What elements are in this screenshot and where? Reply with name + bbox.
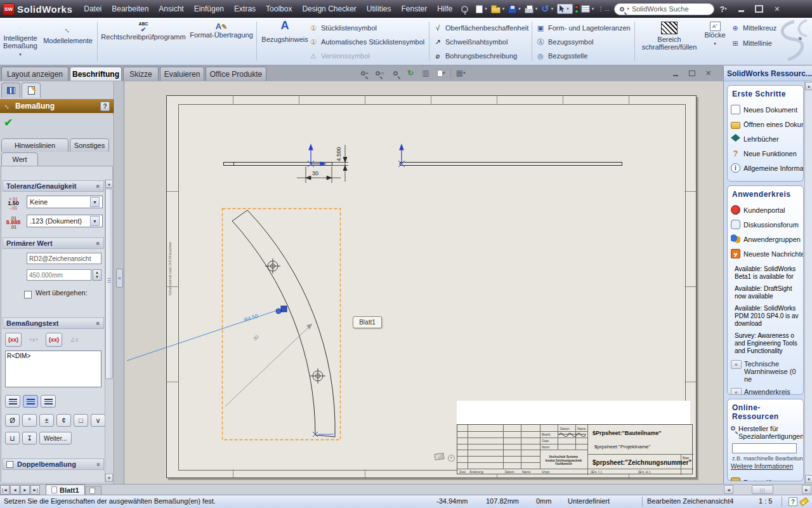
justify-left-button[interactable] bbox=[5, 395, 20, 408]
doc-minimize-button[interactable] bbox=[670, 69, 681, 77]
property-manager-tab[interactable] bbox=[22, 83, 41, 98]
help-dropdown[interactable]: ▾ bbox=[724, 6, 727, 11]
customer-portal-link[interactable]: Kundenportal bbox=[731, 203, 800, 217]
traffic-light-icon[interactable] bbox=[575, 4, 579, 14]
menu-ansicht[interactable]: Ansicht bbox=[154, 4, 188, 13]
square-symbol-button[interactable]: □ bbox=[74, 414, 88, 427]
counterbore-symbol-button[interactable]: ⊔ bbox=[5, 432, 20, 444]
format-painter-button[interactable]: A✎ Format-Übertragung bbox=[188, 22, 255, 39]
datum-target-button[interactable]: ◎Bezugsstelle bbox=[536, 51, 587, 60]
more-info-link[interactable]: Weitere Informationen bbox=[731, 463, 800, 470]
menu-bearbeiten[interactable]: Bearbeiten bbox=[107, 4, 154, 13]
dimension-thickness[interactable]: 4.500 bbox=[332, 145, 348, 182]
prev-sheet-button[interactable]: ◄ bbox=[10, 485, 20, 495]
manufacturer-search-input[interactable] bbox=[732, 443, 797, 453]
surface-finish-button[interactable]: √Oberflächenbeschaffenheit bbox=[433, 23, 528, 32]
partner-solutions-link[interactable]: Partnerlösungen bbox=[731, 475, 800, 481]
more-symbols-button[interactable]: Weiter... bbox=[39, 432, 72, 444]
restore-button[interactable] bbox=[754, 4, 765, 13]
panel-splitter[interactable]: « bbox=[115, 81, 124, 484]
tag-icon[interactable] bbox=[799, 497, 809, 506]
new-features-link[interactable]: ?Neue Funktionen bbox=[731, 146, 800, 161]
tolerance-group-header[interactable]: Toleranz/Genauigkeit« bbox=[3, 180, 104, 192]
dual-dimension-group-header[interactable]: Doppelbemaßung « bbox=[3, 458, 104, 470]
sheet-tab-blatt1[interactable]: Blatt1 bbox=[46, 485, 85, 495]
print-dropdown[interactable]: ▾ bbox=[535, 6, 538, 11]
degree-symbol-button[interactable]: ° bbox=[22, 414, 37, 427]
new-document-icon[interactable] bbox=[476, 5, 483, 13]
menu-utilities[interactable]: Utilities bbox=[362, 4, 396, 13]
tp-scroll-left-icon[interactable]: ◄ bbox=[724, 485, 733, 494]
selected-radius-dimension[interactable]: R4.50 bbox=[127, 306, 287, 361]
collapse-icon[interactable]: « bbox=[731, 388, 742, 395]
first-sheet-button[interactable]: |◄ bbox=[0, 485, 10, 495]
tab-layout-anzeigen[interactable]: Layout anzeigen bbox=[1, 67, 69, 81]
view-selection-box[interactable] bbox=[223, 209, 341, 440]
discussion-forum-link[interactable]: Diskussionsforum bbox=[731, 217, 800, 232]
plus-minus-symbol-button[interactable]: ± bbox=[39, 414, 54, 427]
menu-einfuegen[interactable]: Einfügen bbox=[189, 4, 229, 13]
select-tool-button[interactable]: ▾ bbox=[557, 4, 573, 14]
sheet-properties-icon[interactable]: ▾ bbox=[435, 67, 447, 79]
side-view-2[interactable] bbox=[400, 162, 622, 166]
dimension-name-field[interactable] bbox=[27, 253, 102, 264]
news-item[interactable]: Available: SolidWorks PDM 2010 SP4.0 is … bbox=[735, 305, 800, 328]
tab-hinweislinien[interactable]: Hinweislinien bbox=[1, 138, 69, 152]
pm-scrollbar[interactable]: ▲ ▼ bbox=[105, 180, 113, 482]
tp-scroll-down-icon[interactable]: ▼ bbox=[805, 475, 812, 483]
options-list-icon[interactable] bbox=[581, 5, 590, 13]
doc-close-button[interactable]: ✕ bbox=[703, 69, 714, 77]
tab-office-produkte[interactable]: Office Produkte bbox=[206, 67, 266, 81]
spellcheck-button[interactable]: ABC✔ Rechtschreibprüfprogramm bbox=[100, 22, 187, 41]
news-item[interactable]: Available: SolidWorks Beta1 is available… bbox=[735, 265, 800, 281]
tolerance-select[interactable]: Keine▼ bbox=[27, 196, 103, 208]
search-box[interactable]: ▾ SolidWorks Suche bbox=[614, 3, 714, 15]
menu-pin-icon[interactable] bbox=[461, 6, 468, 13]
open-document-dropdown[interactable]: ▾ bbox=[502, 6, 505, 11]
pm-help-button[interactable]: ? bbox=[100, 102, 110, 111]
undo-dropdown[interactable]: ▾ bbox=[551, 6, 554, 11]
dual-dimension-checkbox[interactable] bbox=[6, 461, 13, 468]
depth-symbol-button[interactable]: ↧ bbox=[22, 432, 37, 444]
inspection-dimension-button[interactable]: (xx) bbox=[46, 333, 62, 347]
new-document-dropdown[interactable]: ▾ bbox=[485, 6, 487, 11]
general-info-link[interactable]: iAllgemeine Informat bbox=[731, 161, 800, 175]
centerline-symbol-button[interactable]: ¢ bbox=[56, 414, 71, 427]
feature-manager-tab[interactable] bbox=[1, 83, 20, 98]
select-dropdown[interactable]: ▾ bbox=[566, 6, 569, 11]
add-sheet-tab[interactable]: + bbox=[85, 486, 102, 495]
auto-balloon-button[interactable]: ①Automatisches Stücklistensymbol bbox=[309, 37, 424, 46]
arc-view[interactable] bbox=[232, 210, 335, 437]
news-item[interactable]: Available: DraftSight now available bbox=[735, 285, 800, 300]
pm-scroll-thumb[interactable] bbox=[105, 189, 113, 379]
tech-alerts-link[interactable]: « TechnischeWarnhinweise (0 ne bbox=[731, 360, 800, 383]
primary-value-group-header[interactable]: Primärer Wert« bbox=[3, 237, 104, 249]
zoom-to-selection-icon[interactable] bbox=[390, 67, 401, 79]
task-pane-header[interactable]: SolidWorks Ressourc... bbox=[723, 66, 812, 81]
print-icon[interactable] bbox=[525, 8, 534, 13]
diameter-symbol-button[interactable]: Ø bbox=[5, 414, 20, 427]
arc-width-dimension[interactable]: 30 bbox=[225, 324, 312, 406]
open-document-link[interactable]: Öffnen eines Dokum bbox=[731, 117, 800, 131]
area-hatch-button[interactable]: Bereichschraffieren/füllen bbox=[637, 22, 702, 51]
value-spinner[interactable]: ▲▼ bbox=[93, 269, 102, 281]
menu-datei[interactable]: Datei bbox=[79, 4, 107, 13]
next-sheet-button[interactable]: ► bbox=[20, 485, 30, 495]
menu-extras[interactable]: Extras bbox=[229, 4, 261, 13]
new-document-link[interactable]: Neues Dokument bbox=[731, 102, 800, 117]
pm-scroll-up-icon[interactable]: ▲ bbox=[105, 180, 113, 188]
redraw-icon[interactable]: ↻ bbox=[405, 67, 416, 79]
menu-design-checker[interactable]: Design Checker bbox=[297, 4, 361, 13]
datum-feature-button[interactable]: ⒶBezugssymbol bbox=[536, 37, 594, 46]
save-icon[interactable] bbox=[508, 5, 516, 13]
panel-collapse-handle[interactable]: « bbox=[116, 269, 123, 288]
override-value-checkbox[interactable] bbox=[24, 291, 32, 298]
dimension-text-group-header[interactable]: Bemaßungstext« bbox=[3, 318, 104, 329]
help-button[interactable]: ? bbox=[719, 4, 724, 14]
collapse-icon[interactable]: « bbox=[731, 360, 742, 369]
quick-tips-icon[interactable]: ? bbox=[789, 497, 797, 506]
model-items-button[interactable]: ↔ Modellelemente bbox=[41, 23, 95, 44]
smart-dimension-dropdown[interactable]: ▾ bbox=[19, 52, 22, 57]
note-button[interactable]: A Bezugshinweis bbox=[259, 19, 311, 43]
blocks-button[interactable]: A° Blöcke ▾ bbox=[702, 22, 728, 46]
